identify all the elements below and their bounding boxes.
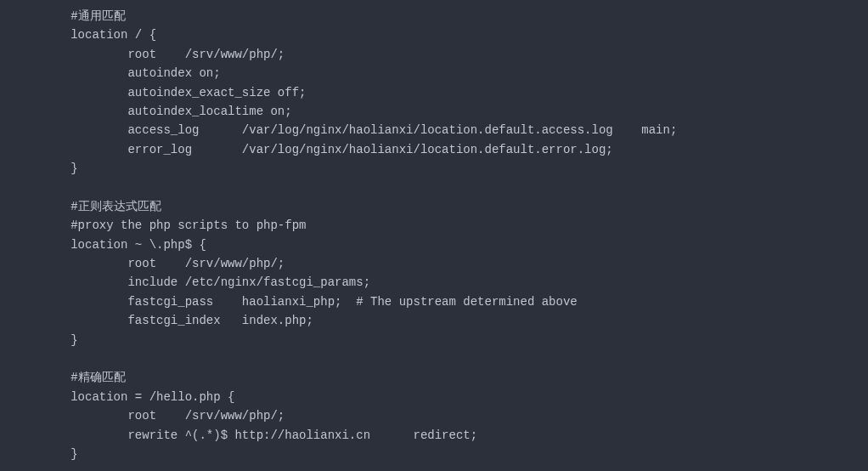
- code-line: rewrite ^(.*)$ http://haolianxi.cn redir…: [0, 426, 868, 445]
- code-line: }: [0, 159, 868, 178]
- code-line: root /srv/www/php/;: [0, 254, 868, 273]
- code-line: }: [0, 445, 868, 463]
- code-line: root /srv/www/php/;: [0, 406, 868, 425]
- code-line: #通用匹配: [0, 7, 868, 26]
- code-line: [0, 349, 868, 368]
- code-line: access_log /var/log/nginx/haolianxi/loca…: [0, 121, 868, 139]
- code-line: #proxy the php scripts to php-fpm: [0, 216, 868, 235]
- code-line: fastcgi_pass haolianxi_php; # The upstre…: [0, 292, 868, 311]
- code-line: error_log /var/log/nginx/haolianxi/locat…: [0, 140, 868, 159]
- code-line: #精确匹配: [0, 368, 868, 387]
- code-line: location ~ \.php$ {: [0, 236, 868, 254]
- code-line: fastcgi_index index.php;: [0, 311, 868, 330]
- code-line: include /etc/nginx/fastcgi_params;: [0, 273, 868, 292]
- code-line: location / {: [0, 26, 868, 44]
- code-line: autoindex on;: [0, 64, 868, 82]
- code-line: root /srv/www/php/;: [0, 45, 868, 64]
- code-line: }: [0, 331, 868, 349]
- code-line: location = /hello.php {: [0, 388, 868, 406]
- code-line: [0, 179, 868, 197]
- code-line: autoindex_exact_size off;: [0, 83, 868, 102]
- code-line: #正则表达式匹配: [0, 197, 868, 216]
- code-line: autoindex_localtime on;: [0, 102, 868, 121]
- code-block: #通用匹配 location / { root /srv/www/php/; a…: [0, 7, 868, 463]
